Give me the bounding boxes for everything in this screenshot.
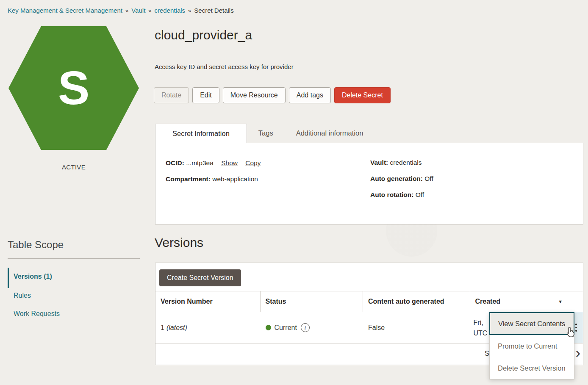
breadcrumb-link-key-management[interactable]: Key Management & Secret Management <box>8 7 122 14</box>
action-buttons: Rotate Edit Move Resource Add tags Delet… <box>154 87 391 103</box>
secret-details-page: Key Management & Secret Management»Vault… <box>0 0 588 385</box>
auto-generation-label: Auto generation: <box>370 175 423 182</box>
kebab-menu-icon[interactable] <box>575 324 577 332</box>
auto-generation-value: Off <box>424 175 433 182</box>
column-header-created[interactable]: Created ▼ <box>470 291 570 312</box>
move-resource-button[interactable]: Move Resource <box>223 87 286 103</box>
vault-row: Vault: credentials <box>370 159 433 166</box>
column-header-status: Status <box>261 291 363 312</box>
auto-rotation-value: Off <box>416 191 424 198</box>
sort-desc-icon[interactable]: ▼ <box>558 299 563 304</box>
ocid-value: ...mtp3ea <box>186 159 214 166</box>
delete-secret-button[interactable]: Delete Secret <box>334 87 391 103</box>
cell-status: Current i <box>261 312 363 343</box>
vault-label: Vault: <box>370 159 388 166</box>
compartment-value: web-application <box>212 175 258 183</box>
created-line-2: UTC <box>474 328 488 338</box>
versions-table-header: Version Number Status Content auto gener… <box>155 291 583 312</box>
tab-bar: Secret Information Tags Additional infor… <box>155 123 583 143</box>
menu-item-delete-secret-version[interactable]: Delete Secret Version <box>490 357 574 379</box>
compartment-row: Compartment: web-application <box>166 175 261 183</box>
pagination-next-icon[interactable]: › <box>576 344 580 361</box>
create-secret-version-button[interactable]: Create Secret Version <box>159 269 241 286</box>
cell-content-auto-generated: False <box>363 312 470 343</box>
sidebar-item-rules[interactable]: Rules <box>14 292 31 299</box>
breadcrumb-current: Secret Details <box>194 7 233 14</box>
compartment-label: Compartment: <box>166 175 211 183</box>
sidebar-item-versions[interactable]: Versions (1) <box>14 273 52 280</box>
info-column-left: OCID: ...mtp3ea Show Copy Compartment: w… <box>166 159 261 191</box>
auto-generation-row: Auto generation: Off <box>370 175 433 183</box>
tab-tags[interactable]: Tags <box>247 124 285 143</box>
rotate-button[interactable]: Rotate <box>154 87 189 103</box>
auto-rotation-label: Auto rotation: <box>370 191 413 198</box>
sidebar-active-indicator <box>8 268 9 288</box>
version-number: 1 <box>161 324 164 332</box>
tab-secret-information[interactable]: Secret Information <box>155 124 247 143</box>
row-context-menu: View Secret Contents Promote to Current … <box>489 312 574 379</box>
page-title: cloud_provider_a <box>155 28 252 42</box>
sidebar-heading: Table Scope <box>8 239 64 251</box>
versions-heading: Versions <box>155 235 203 250</box>
tab-additional-information[interactable]: Additional information <box>285 124 375 143</box>
breadcrumb-link-credentials[interactable]: credentials <box>155 7 186 14</box>
breadcrumb-link-vault[interactable]: Vault <box>131 7 145 14</box>
secret-information-panel: OCID: ...mtp3ea Show Copy Compartment: w… <box>155 143 583 224</box>
ocid-label: OCID: <box>166 159 184 166</box>
column-header-version-number: Version Number <box>155 291 261 312</box>
breadcrumb: Key Management & Secret Management»Vault… <box>8 7 234 14</box>
sidebar-item-work-requests[interactable]: Work Requests <box>14 310 60 318</box>
column-header-actions <box>569 291 583 312</box>
menu-item-promote-to-current[interactable]: Promote to Current <box>490 335 574 357</box>
ocid-copy-link[interactable]: Copy <box>245 159 261 166</box>
auto-rotation-row: Auto rotation: Off <box>370 191 433 199</box>
ocid-row: OCID: ...mtp3ea Show Copy <box>166 159 261 167</box>
status-badge: ACTIVE <box>8 163 139 171</box>
showing-items-text: S <box>485 350 489 357</box>
column-header-content-auto-generated: Content auto generated <box>363 291 470 312</box>
status-value: Current <box>275 324 297 332</box>
add-tags-button[interactable]: Add tags <box>289 87 331 103</box>
page-description: Access key ID and secret access key for … <box>155 63 294 70</box>
breadcrumb-separator: » <box>148 8 151 14</box>
status-dot-icon <box>266 325 271 330</box>
breadcrumb-separator: » <box>125 8 128 14</box>
vault-value: credentials <box>390 159 422 166</box>
versions-toolbar: Create Secret Version <box>155 263 583 291</box>
created-header-label: Created <box>475 298 501 305</box>
created-line-1: Fri, <box>474 317 488 328</box>
info-column-right: Vault: credentials Auto generation: Off … <box>370 159 433 207</box>
edit-button[interactable]: Edit <box>192 87 219 103</box>
sidebar-divider <box>8 258 140 259</box>
secret-hexagon-icon: S <box>8 26 139 150</box>
breadcrumb-separator: » <box>188 8 191 14</box>
info-icon[interactable]: i <box>301 323 310 332</box>
menu-item-view-secret-contents[interactable]: View Secret Contents <box>489 312 574 335</box>
hexagon-letter: S <box>8 26 139 150</box>
version-latest-suffix: (latest) <box>166 324 187 332</box>
ocid-show-link[interactable]: Show <box>221 159 238 166</box>
cell-version-number: 1 (latest) <box>155 312 261 343</box>
